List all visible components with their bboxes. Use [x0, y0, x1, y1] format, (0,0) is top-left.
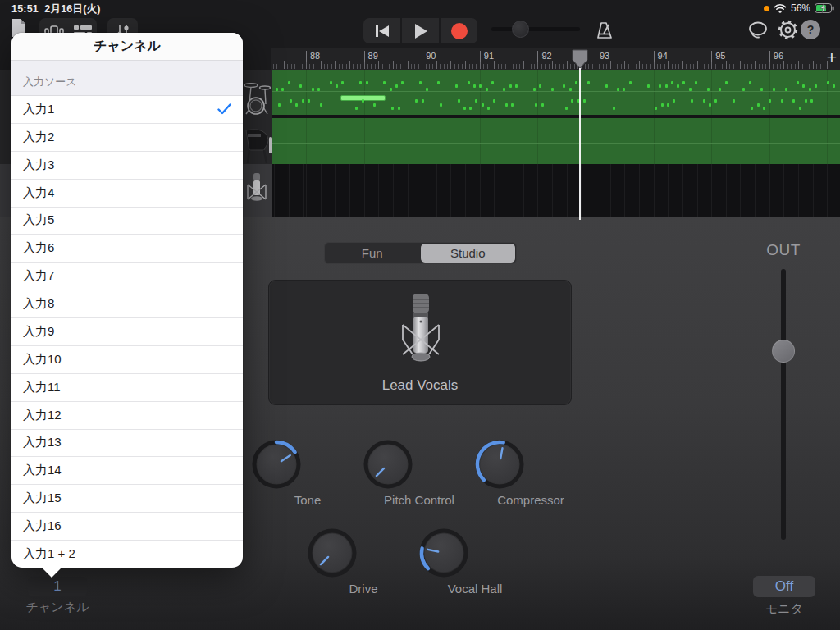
input-source-item[interactable]: 入力6 — [11, 234, 243, 262]
input-source-item-label: 入力14 — [23, 463, 62, 478]
help-button[interactable]: ? — [801, 20, 820, 39]
knob-drive[interactable]: Drive — [306, 527, 421, 596]
midi-note — [760, 88, 763, 91]
channel-button[interactable]: 1 — [28, 577, 87, 596]
midi-note — [398, 107, 400, 110]
input-source-item[interactable]: 入力12 — [11, 401, 243, 429]
midi-note — [805, 99, 807, 103]
midi-note — [677, 84, 679, 88]
monitor-label: モニタ — [742, 601, 826, 617]
knob-tone[interactable]: Tone — [250, 438, 365, 507]
midi-note — [695, 81, 697, 84]
midi-note — [458, 99, 460, 103]
output-slider[interactable] — [781, 269, 786, 540]
popover-title: チャンネル — [11, 33, 243, 60]
output-slider-thumb[interactable] — [772, 340, 795, 363]
playhead-line[interactable] — [579, 68, 581, 220]
knob-label: Tone — [250, 493, 365, 507]
input-source-item[interactable]: 入力2 — [11, 123, 243, 151]
knob-compressor[interactable]: Compressor — [473, 438, 588, 507]
input-source-item-label: 入力6 — [23, 240, 54, 256]
channel-label: チャンネル — [5, 600, 110, 615]
playhead-marker[interactable] — [571, 49, 589, 69]
region-trim-handle[interactable] — [269, 137, 272, 153]
monitor-toggle-button[interactable]: Off — [753, 576, 815, 597]
input-source-item[interactable]: 入力1 — [11, 96, 243, 123]
wifi-icon — [774, 3, 787, 13]
garageband-app: 15:51 2月16日(火) 56% — [0, 0, 840, 630]
keys-track-region[interactable] — [272, 118, 840, 164]
loop-browser-button[interactable] — [746, 20, 769, 41]
ruler-measure-label: 91 — [480, 51, 494, 62]
input-source-item[interactable]: 入力9 — [11, 317, 243, 345]
midi-note — [769, 99, 771, 103]
midi-note — [809, 88, 811, 91]
ruler-ticks-big — [271, 61, 829, 69]
knob-label: Drive — [306, 582, 421, 596]
add-track-button[interactable]: + — [824, 49, 840, 67]
mode-option-studio[interactable]: Studio — [421, 244, 516, 262]
input-source-item[interactable]: 入力16 — [11, 512, 243, 540]
midi-note — [781, 99, 783, 103]
midi-note — [815, 84, 817, 88]
midi-note — [487, 107, 490, 110]
play-icon — [414, 24, 427, 39]
input-source-item[interactable]: 入力15 — [11, 484, 243, 512]
midi-note — [475, 99, 477, 103]
ruler-measure-label: 93 — [596, 51, 609, 62]
input-source-item[interactable]: 入力13 — [11, 429, 243, 457]
midi-note — [401, 81, 404, 84]
play-button[interactable] — [402, 18, 439, 43]
knob-pitch-control[interactable]: Pitch Control — [362, 438, 477, 507]
ruler-measure-label: 94 — [654, 51, 668, 62]
input-source-item[interactable]: 入力5 — [11, 207, 243, 235]
midi-note — [515, 84, 518, 88]
channel-value: 1 — [53, 578, 61, 595]
knob-dial — [473, 438, 526, 491]
keys-track-icon[interactable] — [243, 126, 271, 167]
ruler-measure-label: 89 — [364, 51, 378, 62]
midi-note — [336, 84, 338, 88]
add-track-label: + — [827, 48, 837, 66]
midi-note — [395, 84, 398, 88]
input-source-item[interactable]: 入力10 — [11, 345, 243, 373]
master-volume-slider[interactable] — [491, 27, 580, 31]
channel-popover: チャンネル 入力ソース 入力1入力2入力3入力4入力5入力6入力7入力8入力9入… — [11, 33, 243, 568]
input-source-item[interactable]: 入力1 + 2 — [11, 540, 243, 568]
input-source-item[interactable]: 入力14 — [11, 456, 243, 484]
vocal-track-region[interactable] — [272, 164, 840, 217]
midi-note — [551, 88, 554, 91]
preset-name: Lead Vocals — [269, 377, 571, 394]
input-source-item[interactable]: 入力3 — [11, 151, 243, 179]
input-source-item[interactable]: 入力11 — [11, 373, 243, 401]
rewind-button[interactable] — [363, 18, 400, 43]
input-source-item-label: 入力15 — [23, 491, 62, 506]
knob-vocal-hall[interactable]: Vocal Hall — [418, 527, 532, 596]
midi-note — [605, 84, 608, 88]
settings-button[interactable] — [776, 19, 799, 41]
metronome-button[interactable] — [594, 20, 615, 41]
midi-note — [302, 99, 304, 103]
midi-note — [366, 81, 368, 84]
midi-note — [295, 103, 298, 107]
midi-note — [751, 107, 753, 110]
region-divider-line — [272, 91, 840, 92]
midi-note — [613, 107, 615, 110]
location-indicator-icon — [764, 6, 769, 11]
drums-track-icon[interactable] — [243, 80, 271, 117]
midi-note — [373, 103, 376, 107]
input-source-list: 入力1入力2入力3入力4入力5入力6入力7入力8入力9入力10入力11入力12入… — [11, 96, 243, 568]
master-volume-thumb[interactable] — [512, 21, 529, 38]
midi-note — [827, 81, 829, 84]
timeline-ruler[interactable]: 888990919293949596 — [271, 48, 840, 70]
input-source-item[interactable]: 入力8 — [11, 290, 243, 317]
preset-panel[interactable]: Lead Vocals — [268, 280, 572, 405]
ruler-measure-label: 90 — [422, 51, 436, 62]
record-button[interactable] — [441, 18, 477, 43]
input-source-item[interactable]: 入力7 — [11, 262, 243, 290]
vocal-track-icon[interactable] — [244, 171, 269, 212]
input-source-item[interactable]: 入力4 — [11, 179, 243, 207]
mode-option-fun[interactable]: Fun — [325, 243, 420, 263]
drums-track-region[interactable] — [272, 70, 840, 115]
midi-note — [281, 88, 284, 91]
